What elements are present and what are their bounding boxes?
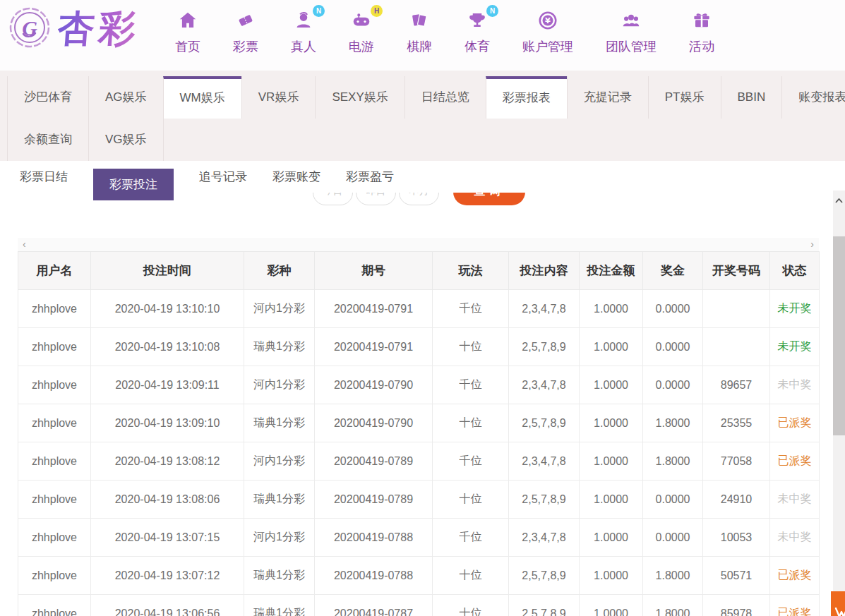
tab-balance-query[interactable]: 余额查询 bbox=[7, 119, 88, 161]
col-bet-amount: 投注金额 bbox=[580, 252, 643, 290]
nav-item-lottery[interactable]: 彩票 bbox=[233, 9, 258, 55]
col-issue-no: 期号 bbox=[315, 252, 433, 290]
cards-icon bbox=[409, 10, 430, 34]
nav-item-egames[interactable]: H 电游 bbox=[349, 9, 374, 55]
nav-label: 团队管理 bbox=[606, 38, 657, 55]
home-icon bbox=[177, 10, 198, 34]
tab-row-1: 沙巴体育 AG娱乐 WM娱乐 VR娱乐 SEXY娱乐 日结总览 彩票报表 充提记… bbox=[7, 76, 845, 119]
subtab-lottery-daily[interactable]: 彩票日结 bbox=[20, 169, 68, 185]
table-row: zhhplove2020-04-19 13:07:12 瑞典1分彩2020041… bbox=[18, 557, 820, 595]
status-badge: 已派奖 bbox=[778, 569, 812, 581]
scroll-left-icon[interactable]: ‹ bbox=[23, 238, 26, 251]
table-row: zhhplove2020-04-19 13:06:56 瑞典1分彩2020041… bbox=[18, 595, 820, 616]
status-badge: 未中奖 bbox=[778, 378, 812, 390]
col-play-type: 玩法 bbox=[433, 252, 509, 290]
nav-item-home[interactable]: 首页 bbox=[175, 9, 200, 55]
trophy-icon bbox=[467, 10, 488, 34]
gift-icon bbox=[691, 10, 712, 34]
table-row: zhhplove2020-04-19 13:07:15 河内1分彩2020041… bbox=[18, 519, 820, 557]
vertical-scrollbar[interactable] bbox=[833, 191, 845, 616]
new-badge: N bbox=[486, 5, 498, 17]
nav-label: 活动 bbox=[689, 38, 714, 55]
brand-emblem-icon: G bbox=[7, 5, 52, 53]
col-bet-time: 投注时间 bbox=[91, 252, 244, 290]
svg-text:¥: ¥ bbox=[545, 16, 551, 25]
nav-label: 体育 bbox=[465, 38, 490, 55]
hot-badge: H bbox=[371, 5, 383, 17]
col-prize: 奖金 bbox=[643, 252, 703, 290]
nav-label: 真人 bbox=[291, 38, 316, 55]
report-tab-band: 沙巴体育 AG娱乐 WM娱乐 VR娱乐 SEXY娱乐 日结总览 彩票报表 充提记… bbox=[0, 71, 845, 161]
tab-pt[interactable]: PT娱乐 bbox=[648, 76, 721, 119]
nav-item-boardgames[interactable]: 棋牌 bbox=[407, 9, 432, 55]
nav-label: 棋牌 bbox=[407, 38, 432, 55]
nav-label: 彩票 bbox=[233, 38, 258, 55]
subtab-chase-records[interactable]: 追号记录 bbox=[199, 169, 247, 185]
ticket-icon bbox=[235, 10, 256, 34]
col-draw-number: 开奖号码 bbox=[703, 252, 770, 290]
tab-deposit-withdraw[interactable]: 充提记录 bbox=[567, 76, 648, 119]
tab-row-2: 余额查询 VG娱乐 bbox=[7, 119, 845, 161]
main-nav: 首页 彩票 N 真人 H bbox=[175, 9, 714, 55]
team-icon bbox=[621, 10, 642, 34]
new-badge: N bbox=[313, 5, 325, 17]
tab-saba-sports[interactable]: 沙巴体育 bbox=[7, 76, 88, 119]
scrollbar-thumb[interactable] bbox=[833, 236, 845, 435]
bets-table: 用户名 投注时间 彩种 期号 玩法 投注内容 投注金额 奖金 开奖号码 状态 z… bbox=[18, 251, 820, 616]
tab-vr[interactable]: VR娱乐 bbox=[241, 76, 316, 119]
tab-ag[interactable]: AG娱乐 bbox=[88, 76, 163, 119]
nav-label: 首页 bbox=[175, 38, 200, 55]
nav-item-team[interactable]: 团队管理 bbox=[606, 9, 657, 55]
tab-lottery-report[interactable]: 彩票报表 bbox=[486, 76, 567, 119]
status-badge: 已派奖 bbox=[778, 416, 812, 428]
col-username: 用户名 bbox=[18, 252, 91, 290]
table-header-row: 用户名 投注时间 彩种 期号 玩法 投注内容 投注金额 奖金 开奖号码 状态 bbox=[18, 252, 820, 290]
tab-sexy[interactable]: SEXY娱乐 bbox=[315, 76, 404, 119]
subtab-lottery-profit-loss[interactable]: 彩票盈亏 bbox=[346, 169, 394, 185]
col-bet-content: 投注内容 bbox=[509, 252, 580, 290]
table-row: zhhplove2020-04-19 13:10:08 瑞典1分彩2020041… bbox=[18, 328, 820, 366]
service-icon bbox=[834, 605, 845, 616]
top-header: G 杏彩 首页 彩票 bbox=[0, 0, 845, 71]
tab-bbin[interactable]: BBIN bbox=[721, 76, 782, 119]
nav-label: 电游 bbox=[349, 38, 374, 55]
status-badge: 未中奖 bbox=[778, 493, 812, 505]
status-badge: 已派奖 bbox=[778, 454, 812, 466]
lottery-subtab-bar: 彩票日结 彩票投注 追号记录 彩票账变 彩票盈亏 bbox=[0, 161, 833, 193]
status-badge: 未中奖 bbox=[778, 531, 812, 543]
nav-item-account[interactable]: ¥ 账户管理 bbox=[522, 9, 573, 55]
scroll-right-icon[interactable]: › bbox=[810, 238, 814, 251]
nav-item-live[interactable]: N 真人 bbox=[291, 9, 316, 55]
scroll-up-icon[interactable] bbox=[835, 193, 843, 206]
tab-daily-overview[interactable]: 日结总览 bbox=[404, 76, 486, 119]
table-row: zhhplove2020-04-19 13:08:12 河内1分彩2020041… bbox=[18, 442, 820, 481]
table-row: zhhplove2020-04-19 13:09:11 河内1分彩2020041… bbox=[18, 366, 820, 404]
coin-icon: ¥ bbox=[537, 10, 558, 34]
table-horizontal-scrollbar[interactable]: ‹ › bbox=[18, 238, 819, 251]
status-badge: 已派奖 bbox=[778, 607, 812, 616]
tab-vg[interactable]: VG娱乐 bbox=[88, 119, 164, 161]
live-person-icon bbox=[293, 10, 314, 34]
page: G 杏彩 首页 彩票 bbox=[0, 0, 845, 616]
subtab-lottery-bets[interactable]: 彩票投注 bbox=[93, 169, 174, 200]
brand-name: 杏彩 bbox=[56, 4, 142, 54]
nav-label: 账户管理 bbox=[522, 38, 573, 55]
nav-item-promotions[interactable]: 活动 bbox=[689, 9, 714, 55]
gamepad-icon bbox=[351, 10, 372, 34]
tab-account-change-report[interactable]: 账变报表 bbox=[781, 76, 845, 119]
tab-wm[interactable]: WM娱乐 bbox=[163, 76, 241, 119]
status-badge: 未开奖 bbox=[778, 302, 812, 314]
subtab-lottery-account-change[interactable]: 彩票账变 bbox=[272, 169, 320, 185]
table-row: zhhplove2020-04-19 13:09:10 瑞典1分彩2020041… bbox=[18, 404, 820, 442]
brand-logo[interactable]: G 杏彩 bbox=[7, 4, 140, 54]
table-row: zhhplove2020-04-19 13:10:10 河内1分彩2020041… bbox=[18, 290, 820, 328]
col-lottery-type: 彩种 bbox=[244, 252, 315, 290]
status-badge: 未开奖 bbox=[778, 340, 812, 352]
floating-service-button[interactable] bbox=[831, 591, 845, 616]
col-status: 状态 bbox=[770, 252, 820, 290]
nav-item-sports[interactable]: N 体育 bbox=[465, 9, 490, 55]
table-row: zhhplove2020-04-19 13:08:06 瑞典1分彩2020041… bbox=[18, 481, 820, 519]
